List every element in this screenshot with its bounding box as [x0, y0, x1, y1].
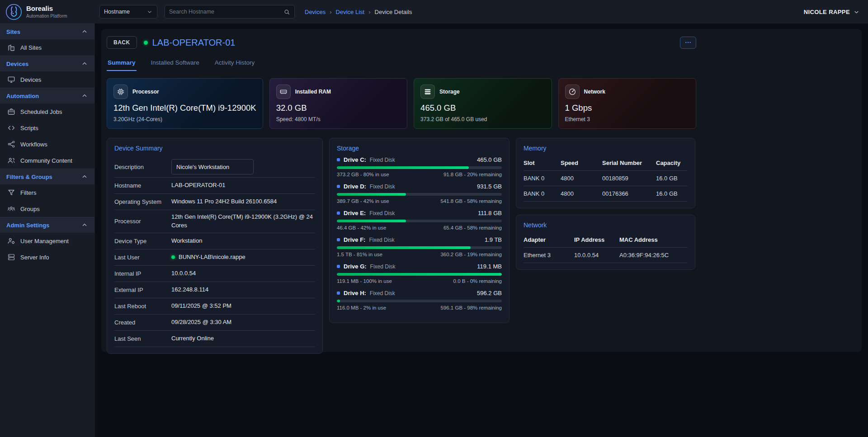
- sidebar: Borealis Automation Platform Sites All S…: [0, 0, 95, 437]
- drive-used: 116.0 MB - 2% in use: [337, 305, 386, 310]
- row-value: Workstation: [171, 237, 315, 245]
- drive-remaining: 360.2 GB - 19% remaining: [440, 252, 502, 257]
- chevron-down-icon: [146, 9, 153, 15]
- drive-bullet-icon: [337, 291, 340, 295]
- sidebar-item-label: User Management: [20, 238, 69, 244]
- row-value: 162.248.8.114: [171, 286, 315, 294]
- drive-size: 596.2 GB: [477, 290, 502, 296]
- row-label: Operating System: [114, 198, 163, 205]
- search-input[interactable]: [169, 9, 280, 15]
- sidebar-section-devices[interactable]: Devices: [0, 56, 94, 71]
- sidebar-item-filters[interactable]: Filters: [0, 184, 94, 201]
- chevron-up-icon: [81, 221, 88, 229]
- network-panel: Network Adapter IP Address MAC Address E…: [516, 215, 695, 270]
- user-menu[interactable]: NICOLE RAPPE: [804, 9, 860, 15]
- summary-row: Last Seen Currently Online: [114, 331, 315, 347]
- row-label: Last Seen: [114, 335, 163, 342]
- summary-row: Created 09/28/2025 @ 3:30 AM: [114, 315, 315, 331]
- panel-title: Network: [524, 221, 688, 229]
- drive-size: 465.0 GB: [477, 156, 502, 163]
- drive-row-h: Drive H: Fixed Disk 596.2 GB 116.0 MB - …: [337, 290, 502, 310]
- drive-type: Fixed Disk: [370, 183, 395, 190]
- summary-row: Last Reboot 09/11/2025 @ 3:52 PM: [114, 298, 315, 315]
- memory-cell: 4800: [561, 171, 602, 186]
- chevron-up-icon: [81, 28, 88, 35]
- code-icon: [7, 124, 15, 132]
- tab-activity-history[interactable]: Activity History: [214, 55, 256, 71]
- drive-used: 389.7 GB - 42% in use: [337, 198, 389, 204]
- drive-remaining: 541.8 GB - 58% remaining: [440, 198, 502, 204]
- description-input[interactable]: [171, 159, 254, 174]
- sidebar-section-filters-groups[interactable]: Filters & Groups: [0, 169, 94, 184]
- drive-used: 119.1 MB - 100% in use: [337, 278, 392, 284]
- drive-bullet-icon: [337, 185, 340, 188]
- memory-cell: 00176366: [602, 186, 656, 202]
- drive-type: Fixed Disk: [370, 263, 396, 270]
- drive-remaining: 91.8 GB - 20% remaining: [443, 172, 502, 177]
- network-cell: 10.0.0.54: [574, 248, 619, 263]
- breadcrumb-separator: ›: [330, 9, 331, 15]
- sidebar-item-user-management[interactable]: User Management: [0, 233, 94, 249]
- sidebar-section-sites[interactable]: Sites: [0, 23, 94, 39]
- drive-type: Fixed Disk: [370, 290, 395, 296]
- section-label: Automation: [6, 93, 39, 99]
- drive-used: 373.2 GB - 80% in use: [337, 172, 389, 177]
- breadcrumb-devices[interactable]: Devices: [305, 9, 326, 15]
- people-icon: [7, 156, 15, 164]
- sidebar-section-automation[interactable]: Automation: [0, 88, 94, 103]
- sidebar-item-server-info[interactable]: Server Info: [0, 249, 94, 265]
- drive-bullet-icon: [337, 158, 340, 161]
- app-subtitle: Automation Platform: [26, 14, 67, 19]
- col-header: Speed: [561, 156, 602, 171]
- sidebar-item-workflows[interactable]: Workflows: [0, 136, 94, 152]
- user-gear-icon: [7, 237, 15, 245]
- borealis-rabbit-logo-icon: [5, 4, 22, 20]
- sidebar-item-label: Groups: [20, 206, 40, 212]
- chevron-up-icon: [81, 92, 88, 99]
- sidebar-item-all-sites[interactable]: All Sites: [0, 39, 94, 56]
- drive-row-c: Drive C: Fixed Disk 465.0 GB 373.2 GB - …: [337, 156, 502, 177]
- sidebar-item-scripts[interactable]: Scripts: [0, 120, 94, 136]
- section-label: Filters & Groups: [6, 174, 52, 180]
- sidebar-item-label: Scripts: [20, 125, 38, 132]
- drive-size: 119.1 MB: [477, 263, 502, 270]
- drive-size: 1.9 TB: [485, 236, 502, 243]
- sidebar-item-label: Workflows: [20, 141, 47, 148]
- hostname-filter-select[interactable]: Hostname: [99, 5, 157, 19]
- tab-summary[interactable]: Summary: [107, 55, 137, 71]
- more-options-button[interactable]: [680, 37, 696, 49]
- summary-row: Operating System Windows 11 Pro 24H2 Bui…: [114, 194, 315, 210]
- sidebar-item-groups[interactable]: Groups: [0, 201, 94, 217]
- sidebar-item-label: Community Content: [20, 157, 72, 164]
- back-button[interactable]: BACK: [107, 36, 137, 49]
- workflow-hub-icon: [7, 140, 15, 148]
- stat-card-value: 32.0 GB: [276, 103, 401, 113]
- row-label: Last User: [114, 254, 163, 261]
- device-title: LAB-OPERATOR-01: [152, 38, 236, 48]
- summary-row: Device Type Workstation: [114, 233, 315, 249]
- stat-card-value: 12th Gen Intel(R) Core(TM) i9-12900K: [113, 103, 256, 113]
- sidebar-item-community-content[interactable]: Community Content: [0, 152, 94, 169]
- memory-cell: BANK 0: [524, 171, 561, 186]
- stat-cards: Processor 12th Gen Intel(R) Core(TM) i9-…: [107, 78, 696, 129]
- row-label: Hostname: [114, 182, 163, 189]
- memory-cell: 4800: [561, 186, 602, 202]
- sidebar-section-admin-settings[interactable]: Admin Settings: [0, 217, 94, 233]
- col-header: Capacity: [656, 156, 688, 171]
- stat-card-title: Processor: [132, 89, 159, 95]
- drive-usage-bar: [337, 273, 502, 276]
- row-value: LAB-OPERATOR-01: [171, 181, 315, 190]
- row-value: Currently Online: [171, 334, 315, 343]
- drive-name: Drive F:: [344, 236, 365, 243]
- ram-icon: [279, 88, 288, 96]
- stat-card-title: Installed RAM: [295, 89, 331, 95]
- sidebar-item-scheduled-jobs[interactable]: Scheduled Jobs: [0, 103, 94, 120]
- row-label: Last Reboot: [114, 303, 163, 310]
- breadcrumb-device-list[interactable]: Device List: [336, 9, 365, 15]
- sidebar-item-devices[interactable]: Devices: [0, 71, 94, 88]
- tab-installed-software[interactable]: Installed Software: [150, 55, 200, 71]
- col-header: Serial Number: [602, 156, 656, 171]
- drive-remaining: 65.4 GB - 58% remaining: [443, 225, 502, 230]
- memory-table: Slot Speed Serial Number Capacity BANK 0…: [524, 156, 688, 202]
- drive-name: Drive D:: [344, 183, 366, 190]
